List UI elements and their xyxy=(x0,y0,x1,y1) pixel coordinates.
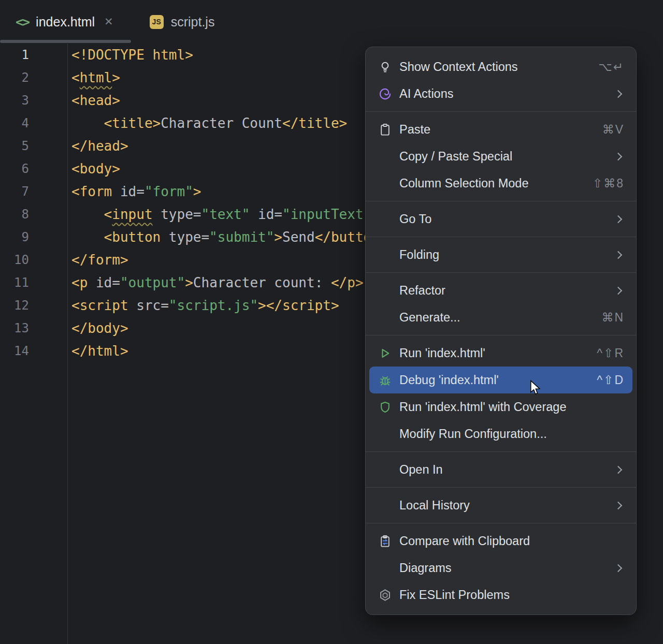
menu-separator xyxy=(366,335,636,335)
line-number[interactable]: 12 xyxy=(0,294,67,317)
menu-item-folding[interactable]: Folding xyxy=(369,241,632,268)
empty-icon-slot xyxy=(378,427,392,441)
menu-item-show-context-actions[interactable]: Show Context Actions⌥↵ xyxy=(369,53,632,80)
menu-item-local-history[interactable]: Local History xyxy=(369,492,632,519)
editor-gutter: 1234567891011121314 xyxy=(0,43,68,644)
line-number[interactable]: 10 xyxy=(0,248,67,271)
menu-item-copy-paste-special[interactable]: Copy / Paste Special xyxy=(369,143,632,170)
menu-item-label: Run 'index.html' with Coverage xyxy=(399,400,566,414)
lightbulb-icon xyxy=(378,60,392,74)
menu-item-generate[interactable]: Generate...⌘N xyxy=(369,304,632,331)
run-icon xyxy=(378,346,392,360)
paste-icon xyxy=(378,123,392,137)
menu-item-debug-index-html[interactable]: Debug 'index.html'^⇧D xyxy=(369,367,632,393)
chevron-right-icon xyxy=(614,286,623,295)
menu-item-modify-run-configuration[interactable]: Modify Run Configuration... xyxy=(369,420,632,447)
menu-item-label: Go To xyxy=(399,212,431,226)
tab-label: index.html xyxy=(36,14,95,30)
menu-item-label: Run 'index.html' xyxy=(399,346,485,360)
menu-separator xyxy=(366,523,636,523)
menu-item-diagrams[interactable]: Diagrams xyxy=(369,554,632,581)
menu-item-label: Local History xyxy=(399,499,470,513)
menu-shortcut: ⌥↵ xyxy=(598,60,624,74)
menu-item-label: Copy / Paste Special xyxy=(399,150,512,164)
chevron-right-icon xyxy=(614,90,623,98)
line-number[interactable]: 11 xyxy=(0,271,67,294)
menu-separator xyxy=(366,487,636,488)
menu-item-compare-with-clipboard[interactable]: Compare with Clipboard xyxy=(369,528,632,554)
chevron-right-icon xyxy=(614,564,623,572)
empty-icon-slot xyxy=(378,284,392,298)
line-number[interactable]: 7 xyxy=(0,180,67,203)
coverage-icon xyxy=(378,400,392,414)
menu-item-refactor[interactable]: Refactor xyxy=(369,277,632,304)
menu-item-fix-eslint-problems[interactable]: Fix ESLint Problems xyxy=(369,581,632,608)
menu-item-ai-actions[interactable]: AI Actions xyxy=(369,80,632,107)
chevron-right-icon xyxy=(614,251,623,259)
menu-separator xyxy=(366,451,636,452)
chevron-right-icon xyxy=(614,465,623,474)
menu-item-label: Debug 'index.html' xyxy=(399,373,499,387)
menu-shortcut: ⇧⌘8 xyxy=(593,177,624,191)
html-file-icon: <> xyxy=(16,14,29,30)
menu-item-label: Modify Run Configuration... xyxy=(399,427,547,441)
menu-item-label: AI Actions xyxy=(399,87,454,101)
debug-icon xyxy=(378,373,392,387)
active-tab-indicator xyxy=(0,40,131,43)
menu-separator xyxy=(366,237,636,237)
compare-clipboard-icon xyxy=(378,534,392,548)
menu-item-label: Folding xyxy=(399,248,439,262)
ai-actions-icon xyxy=(378,87,392,101)
menu-item-run-index-html-with-coverage[interactable]: Run 'index.html' with Coverage xyxy=(369,393,632,420)
menu-item-label: Show Context Actions xyxy=(399,60,518,74)
menu-item-label: Diagrams xyxy=(399,561,452,575)
context-menu: Show Context Actions⌥↵AI ActionsPaste⌘VC… xyxy=(365,47,637,615)
menu-item-run-index-html[interactable]: Run 'index.html'^⇧R xyxy=(369,340,632,367)
empty-icon-slot xyxy=(378,311,392,325)
close-tab-icon[interactable]: ✕ xyxy=(104,16,113,28)
empty-icon-slot xyxy=(378,212,392,226)
line-number[interactable]: 9 xyxy=(0,226,67,248)
tab-label: script.js xyxy=(171,14,215,30)
empty-icon-slot xyxy=(378,177,392,191)
menu-shortcut: ^⇧D xyxy=(597,373,624,387)
empty-icon-slot xyxy=(378,561,392,575)
menu-item-label: Paste xyxy=(399,123,430,137)
menu-item-open-in[interactable]: Open In xyxy=(369,456,632,483)
eslint-icon xyxy=(378,588,392,602)
menu-shortcut: ^⇧R xyxy=(597,346,624,360)
empty-icon-slot xyxy=(378,499,392,513)
menu-item-label: Open In xyxy=(399,463,443,477)
empty-icon-slot xyxy=(378,150,392,164)
line-number[interactable]: 6 xyxy=(0,157,67,180)
menu-item-label: Compare with Clipboard xyxy=(399,534,530,548)
line-number[interactable]: 3 xyxy=(0,89,67,112)
menu-item-label: Column Selection Mode xyxy=(399,177,529,191)
tab-index-html[interactable]: <> index.html ✕ xyxy=(0,2,125,42)
chevron-right-icon xyxy=(614,152,623,160)
menu-shortcut: ⌘N xyxy=(601,311,624,325)
line-number[interactable]: 1 xyxy=(0,43,67,66)
menu-item-label: Generate... xyxy=(399,311,460,325)
empty-icon-slot xyxy=(378,463,392,477)
menu-item-column-selection-mode[interactable]: Column Selection Mode⇧⌘8 xyxy=(369,170,632,197)
menu-item-paste[interactable]: Paste⌘V xyxy=(369,116,632,143)
js-file-icon: JS xyxy=(150,15,164,29)
tab-script-js[interactable]: JS script.js xyxy=(137,2,227,42)
menu-item-go-to[interactable]: Go To xyxy=(369,206,632,232)
menu-separator xyxy=(366,111,636,112)
line-number[interactable]: 14 xyxy=(0,340,67,362)
line-number[interactable]: 13 xyxy=(0,317,67,340)
line-number[interactable]: 4 xyxy=(0,112,67,135)
menu-item-label: Fix ESLint Problems xyxy=(399,588,510,602)
editor-tab-bar: <> index.html ✕ JS script.js xyxy=(0,0,663,43)
menu-shortcut: ⌘V xyxy=(602,123,624,137)
menu-separator xyxy=(366,201,636,201)
line-number[interactable]: 5 xyxy=(0,135,67,157)
chevron-right-icon xyxy=(614,501,623,509)
line-number[interactable]: 2 xyxy=(0,66,67,89)
line-number[interactable]: 8 xyxy=(0,203,67,226)
menu-item-label: Refactor xyxy=(399,284,445,298)
empty-icon-slot xyxy=(378,248,392,262)
menu-separator xyxy=(366,272,636,273)
